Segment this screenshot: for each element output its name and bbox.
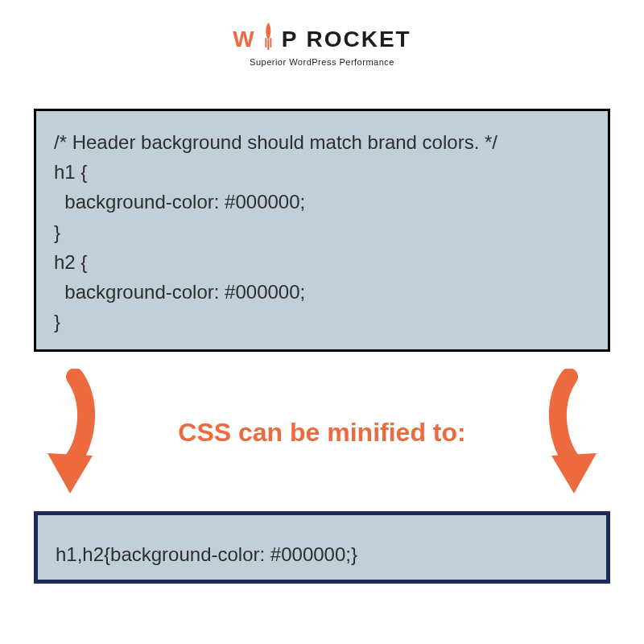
- css-after-box: h1,h2{background-color: #000000;}: [34, 511, 610, 584]
- minify-transition-row: CSS can be minified to:: [34, 366, 610, 499]
- minify-label: CSS can be minified to:: [106, 418, 538, 448]
- arrow-down-icon: [34, 369, 106, 497]
- logo-w: W: [233, 27, 255, 52]
- logo-rocket-word: ROCKET: [306, 27, 411, 52]
- logo-p: P: [282, 27, 299, 52]
- rocket-icon: [261, 23, 277, 56]
- logo-tagline: Superior WordPress Performance: [233, 57, 411, 67]
- css-before-box: /* Header background should match brand …: [34, 109, 610, 352]
- arrow-down-icon: [538, 369, 610, 497]
- wp-rocket-logo: W P ROCKET Superior WordPress Performanc…: [233, 23, 411, 67]
- logo-wordmark: W P ROCKET: [233, 23, 411, 56]
